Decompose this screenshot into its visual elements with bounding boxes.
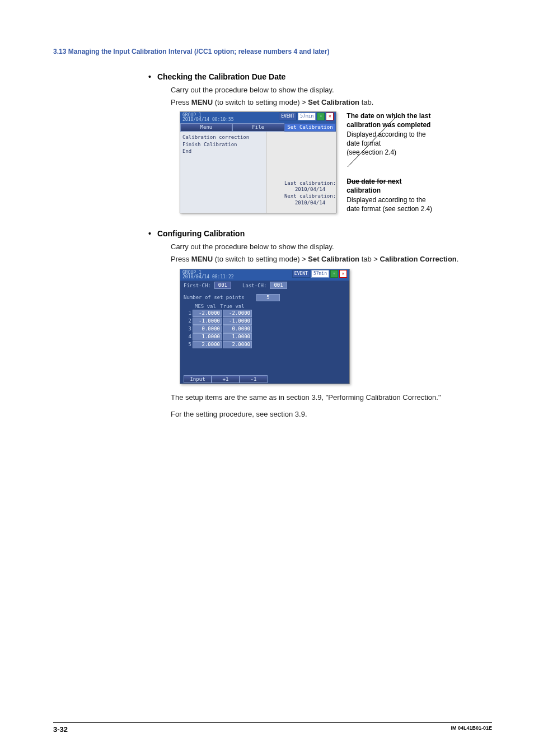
event-chip: EVENT — [292, 270, 310, 278]
plus-one-button[interactable]: +1 — [212, 375, 240, 383]
paragraph: Carry out the procedure below to show th… — [171, 241, 481, 253]
text: Press — [171, 98, 191, 106]
minus-one-button[interactable]: -1 — [240, 375, 268, 383]
last-calibration-date: 2010/04/14 — [271, 186, 349, 193]
text-bold: MENU — [191, 255, 213, 263]
bullet-icon: • — [148, 72, 155, 81]
next-calibration-label: Next calibration: — [271, 193, 349, 200]
tab-file[interactable]: File — [232, 123, 284, 132]
text: . — [457, 255, 459, 263]
annotation-text: (see section 2.4) — [346, 148, 481, 157]
heading-text: Checking the Calibration Due Date — [157, 72, 285, 81]
annotation-text: date format (see section 2.4) — [346, 204, 481, 213]
tab-set-calibration[interactable]: Set Calibration — [284, 123, 336, 132]
paragraph: Press MENU (to switch to setting mode) >… — [171, 97, 481, 108]
page-number: 3-32 — [53, 725, 68, 734]
col-true-val: True val — [219, 304, 245, 309]
true-val-cell[interactable]: -1.0000 — [223, 318, 252, 325]
annotation-title: calibration was completed — [346, 120, 481, 129]
true-val-cell[interactable]: 0.0000 — [223, 325, 252, 333]
text: (to switch to setting mode) > — [213, 98, 308, 106]
channel-row: First-CH: 001 Last-CH: 001 — [180, 281, 349, 291]
row-index: 3 — [184, 326, 191, 332]
last-calibration-label: Last calibration: — [271, 180, 349, 187]
tab-row: Menu File Set Calibration — [180, 123, 336, 132]
true-val-cell[interactable]: 1.0000 — [223, 333, 252, 340]
status-icon: ◦ — [317, 113, 325, 120]
text-bold: MENU — [191, 98, 213, 106]
col-mes-val: MES val — [193, 304, 218, 309]
menu-item-calibration-correction[interactable]: Calibration correction — [182, 134, 264, 141]
page-footer: 3-32 IM 04L41B01-01E — [53, 722, 492, 734]
mes-val-cell[interactable]: 2.0000 — [193, 341, 222, 348]
mes-val-cell[interactable]: 0.0000 — [193, 325, 222, 333]
screenshot-set-calibration: GROUP 1 2010/04/14 08:10:55 EVENT 57min … — [180, 111, 336, 213]
mes-val-cell[interactable]: -1.0000 — [193, 318, 222, 325]
table-row: 52.00002.0000 — [184, 341, 346, 348]
row-index: 2 — [184, 318, 191, 324]
annotation-title: Due date for next — [346, 177, 481, 186]
annotation-title: calibration — [346, 186, 481, 195]
row-index: 1 — [184, 310, 191, 316]
footer-buttons: Input +1 -1 — [180, 375, 349, 384]
text: (to switch to setting mode) > — [213, 255, 308, 263]
text-bold: Set Calibration — [308, 98, 359, 106]
bullet-icon: • — [148, 229, 155, 238]
section-header: 3.13 Managing the Input Calibration Inte… — [53, 48, 481, 55]
rate-chip: 57min — [311, 270, 329, 278]
annotation-title: The date on which the last — [346, 111, 481, 120]
annotation-text: Displayed according to the — [346, 195, 481, 204]
paragraph: The setup items are the same as in secti… — [171, 392, 481, 403]
text: tab. — [359, 98, 373, 106]
first-ch-value[interactable]: 001 — [214, 282, 231, 289]
titlebar: GROUP 1 2010/04/14 08:11:22 EVENT 57min … — [180, 269, 349, 281]
true-val-cell[interactable]: 2.0000 — [223, 341, 252, 348]
true-val-cell[interactable]: -2.0000 — [223, 310, 252, 317]
paragraph: For the setting procedure, see section 3… — [171, 409, 481, 420]
heading-text: Configuring Calibration — [157, 229, 245, 238]
menu-item-finish-calibration[interactable]: Finish Calibration — [182, 141, 264, 148]
paragraph: Carry out the procedure below to show th… — [171, 85, 481, 96]
row-index: 5 — [184, 342, 191, 347]
num-set-points-value[interactable]: 5 — [256, 294, 280, 301]
input-button[interactable]: Input — [184, 375, 212, 383]
text-bold: Set Calibration — [308, 255, 359, 263]
table-row: 30.00000.0000 — [184, 325, 346, 333]
status-icon: ◦ — [330, 270, 338, 278]
paragraph: Press MENU (to switch to setting mode) >… — [171, 254, 481, 265]
last-ch-value[interactable]: 001 — [270, 282, 287, 289]
menu-column: Calibration correction Finish Calibratio… — [180, 132, 266, 213]
timestamp: 2010/04/14 08:10:55 — [182, 118, 234, 122]
set-points-table: MES val True val 1-2.0000-2.00002-1.0000… — [184, 304, 346, 348]
screenshot-calibration-correction: GROUP 1 2010/04/14 08:11:22 EVENT 57min … — [180, 269, 350, 384]
timestamp: 2010/04/14 08:11:22 — [182, 275, 234, 279]
close-icon: ✕ — [326, 113, 334, 120]
text-bold: Calibration Correction — [380, 255, 457, 263]
menu-item-end[interactable]: End — [182, 148, 264, 155]
info-column: Last calibration: 2010/04/14 Next calibr… — [266, 132, 336, 213]
annotation-text: Displayed according to the — [346, 130, 481, 139]
last-ch-label: Last-CH: — [242, 283, 266, 288]
table-row: 1-2.0000-2.0000 — [184, 310, 346, 317]
rate-chip: 57min — [298, 113, 316, 120]
heading-checking: • Checking the Calibration Due Date — [148, 72, 481, 81]
table-row: 2-1.0000-1.0000 — [184, 318, 346, 325]
titlebar: GROUP 1 2010/04/14 08:10:55 EVENT 57min … — [180, 112, 336, 123]
text: Press — [171, 255, 191, 263]
next-calibration-date: 2010/04/14 — [271, 200, 349, 207]
annotation-text: date format — [346, 139, 481, 148]
table-row: 41.00001.0000 — [184, 333, 346, 340]
event-chip: EVENT — [279, 113, 297, 120]
document-id: IM 04L41B01-01E — [451, 725, 492, 734]
close-icon: ✕ — [339, 270, 347, 278]
tab-menu[interactable]: Menu — [180, 123, 232, 132]
mes-val-cell[interactable]: 1.0000 — [193, 333, 222, 340]
row-index: 4 — [184, 334, 191, 339]
heading-configuring: • Configuring Calibration — [148, 229, 481, 238]
first-ch-label: First-CH: — [184, 283, 211, 288]
num-set-points-label: Number of set points — [184, 295, 244, 300]
annotation-column: The date on which the last calibration w… — [346, 111, 481, 213]
text: tab > — [359, 255, 380, 263]
mes-val-cell[interactable]: -2.0000 — [193, 310, 222, 317]
